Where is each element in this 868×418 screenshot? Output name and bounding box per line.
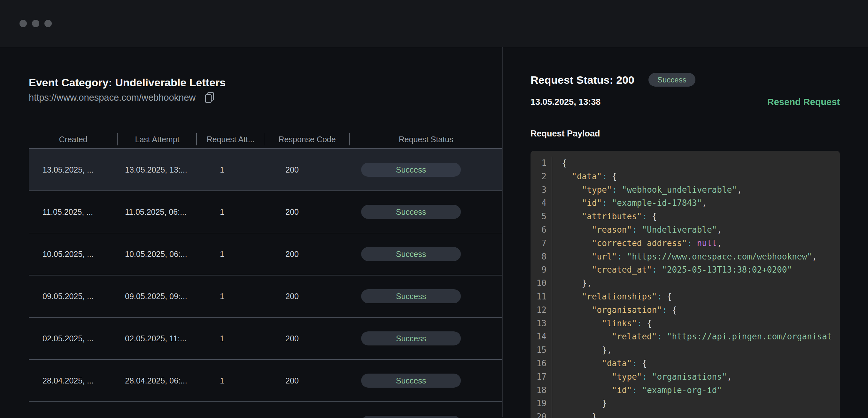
line-number: 20	[530, 410, 552, 418]
webhook-requests-table: CreatedLast AttemptRequest Att...Respons…	[29, 130, 502, 418]
table-row[interactable]: 10.05.2025, ...10.05.2025, 06:...1200Suc…	[29, 233, 502, 276]
code-line: 16 "data": {	[530, 357, 840, 371]
resend-request-button[interactable]: Resend Request	[767, 97, 840, 107]
code-text: },	[552, 410, 840, 418]
code-text: "reason": "Undeliverable",	[552, 223, 840, 237]
code-line: 5 "attributes": {	[530, 210, 840, 223]
code-text: "corrected_address": null,	[552, 237, 840, 250]
code-line: 9 "created_at": "2025-05-13T13:38:02+020…	[530, 263, 840, 277]
table-header-row: CreatedLast AttemptRequest Att...Respons…	[29, 130, 502, 149]
table-row[interactable]: 28.04.2025, ...28.04.2025, 06:...1200Suc…	[29, 360, 502, 402]
request-status-header: Request Status: 200 Success	[530, 73, 840, 87]
table-cell: 200	[264, 292, 350, 301]
table-cell: 200	[264, 376, 350, 385]
code-line: 11 "relationships": {	[530, 290, 840, 303]
code-line: 18 "id": "example-org-id"	[530, 384, 840, 397]
code-text: "id": "example-org-id"	[552, 384, 840, 397]
table-cell: 02.05.2025, ...	[29, 334, 118, 343]
table-row[interactable]: Success	[29, 402, 502, 418]
page-title: Event Category: Undeliverable Letters	[29, 76, 502, 89]
line-number: 16	[530, 357, 552, 371]
line-number: 17	[530, 371, 552, 384]
table-row[interactable]: 11.05.2025, ...11.05.2025, 06:...1200Suc…	[29, 191, 502, 233]
column-header: Response Code	[264, 135, 350, 144]
line-number: 15	[530, 344, 552, 357]
line-number: 8	[530, 250, 552, 264]
code-line: 4 "id": "example-id-17843",	[530, 196, 840, 210]
table-row[interactable]: 13.05.2025, ...13.05.2025, 13:...1200Suc…	[29, 149, 502, 191]
code-text: },	[552, 344, 840, 357]
table-cell: Success	[350, 205, 502, 219]
code-line: 7 "corrected_address": null,	[530, 237, 840, 250]
status-badge: Success	[361, 289, 461, 303]
table-body: 13.05.2025, ...13.05.2025, 13:...1200Suc…	[29, 149, 502, 418]
table-cell: Success	[350, 247, 502, 261]
table-cell: 28.04.2025, ...	[29, 376, 118, 385]
status-badge: Success	[361, 163, 461, 177]
table-cell: 11.05.2025, ...	[29, 207, 118, 217]
webhook-url-row: https://www.onespace.com/webhooknew	[29, 91, 502, 104]
table-cell: 1	[197, 250, 264, 259]
table-row[interactable]: 09.05.2025, ...09.05.2025, 09:...1200Suc…	[29, 276, 502, 318]
window-control-dot[interactable]	[20, 20, 27, 27]
table-cell: Success	[350, 374, 502, 388]
line-number: 13	[530, 317, 552, 330]
window-control-dot[interactable]	[44, 20, 52, 27]
code-text: "related": "https://api.pingen.com/organ…	[552, 330, 840, 344]
code-line: 13 "links": {	[530, 317, 840, 330]
line-number: 2	[530, 170, 552, 184]
status-badge: Success	[361, 416, 461, 418]
table-cell: 200	[264, 250, 350, 259]
table-cell: 1	[197, 376, 264, 385]
table-cell: 1	[197, 165, 264, 174]
code-text: "data": {	[552, 357, 840, 371]
code-line: 8 "url": "https://www.onespace.com/webho…	[530, 250, 840, 264]
status-badge: Success	[648, 73, 695, 87]
code-line: 6 "reason": "Undeliverable",	[530, 223, 840, 237]
window-titlebar	[0, 0, 868, 47]
table-cell: 02.05.2025, 11:...	[118, 334, 197, 343]
line-number: 10	[530, 277, 552, 290]
line-number: 4	[530, 196, 552, 210]
webhook-url: https://www.onespace.com/webhooknew	[29, 92, 195, 103]
table-cell: 13.05.2025, ...	[29, 165, 118, 174]
code-text: "relationships": {	[552, 290, 840, 303]
code-line: 12 "organisation": {	[530, 303, 840, 317]
status-badge: Success	[361, 247, 461, 261]
status-badge: Success	[361, 331, 461, 346]
copy-url-button[interactable]	[203, 90, 216, 105]
code-text: "type": "webhook_undeliverable",	[552, 184, 840, 197]
line-number: 12	[530, 303, 552, 317]
window-control-dot[interactable]	[32, 20, 39, 27]
line-number: 1	[530, 157, 552, 170]
request-detail-panel: Request Status: 200 Success 13.05.2025, …	[502, 47, 868, 417]
request-payload-code[interactable]: 1{2 "data": {3 "type": "webhook_undelive…	[530, 151, 840, 418]
code-line: 19 }	[530, 397, 840, 410]
code-text: "attributes": {	[552, 210, 840, 223]
code-line: 14 "related": "https://api.pingen.com/or…	[530, 330, 840, 344]
table-cell: Success	[350, 416, 502, 418]
table-cell: 09.05.2025, 09:...	[118, 292, 197, 301]
line-number: 9	[530, 263, 552, 277]
table-row[interactable]: 02.05.2025, ...02.05.2025, 11:...1200Suc…	[29, 318, 502, 360]
table-cell: 11.05.2025, 06:...	[118, 207, 197, 217]
code-line: 15 },	[530, 344, 840, 357]
code-line: 1{	[530, 157, 840, 170]
code-line: 2 "data": {	[530, 170, 840, 184]
code-line: 17 "type": "organisations",	[530, 371, 840, 384]
table-cell: 200	[264, 334, 350, 343]
main-content: Event Category: Undeliverable Letters ht…	[0, 47, 868, 417]
event-category-panel: Event Category: Undeliverable Letters ht…	[0, 47, 502, 417]
table-cell: 200	[264, 207, 350, 217]
code-line: 20 },	[530, 410, 840, 418]
table-cell: 13.05.2025, 13:...	[118, 165, 197, 174]
code-line: 3 "type": "webhook_undeliverable",	[530, 184, 840, 197]
line-number: 18	[530, 384, 552, 397]
table-cell: 28.04.2025, 06:...	[118, 376, 197, 385]
code-text: },	[552, 277, 840, 290]
request-status-title: Request Status: 200	[530, 73, 634, 86]
request-meta-row: 13.05.2025, 13:38 Resend Request	[530, 96, 840, 108]
code-text: "id": "example-id-17843",	[552, 196, 840, 210]
code-line: 10 },	[530, 277, 840, 290]
line-number: 6	[530, 223, 552, 237]
